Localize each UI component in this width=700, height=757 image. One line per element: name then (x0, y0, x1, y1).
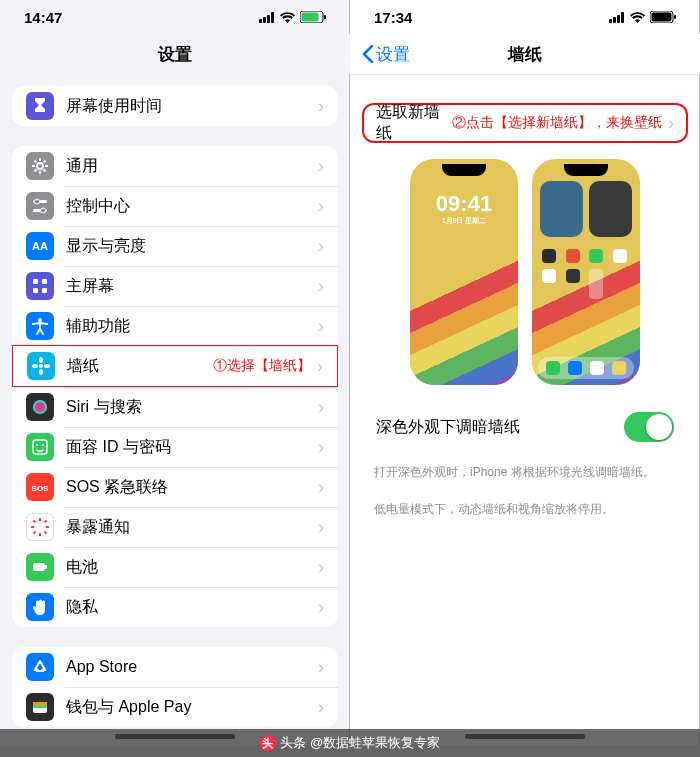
wallet-icon (26, 693, 54, 721)
svg-point-22 (44, 364, 50, 368)
row-face[interactable]: 面容 ID 与密码› (12, 427, 338, 467)
group-screentime: 屏幕使用时间› (12, 86, 338, 126)
svg-rect-30 (45, 565, 47, 569)
SOS-icon: SOS (26, 473, 54, 501)
AA-icon: AA (26, 232, 54, 260)
svg-rect-14 (42, 279, 47, 284)
svg-rect-2 (267, 15, 270, 23)
row-label: 钱包与 Apple Pay (66, 697, 318, 718)
svg-point-10 (35, 199, 40, 204)
row-hourglass[interactable]: 屏幕使用时间› (12, 86, 338, 126)
group-dim: 深色外观下调暗墙纸 (362, 403, 688, 451)
row-exposure[interactable]: 暴露通知› (12, 507, 338, 547)
svg-point-21 (32, 364, 38, 368)
battery-icon (300, 11, 326, 23)
row-label: 隐私 (66, 597, 318, 618)
row-label: 控制中心 (66, 196, 318, 217)
chevron-right-icon: › (318, 276, 324, 297)
chevron-right-icon: › (318, 517, 324, 538)
row-label: 辅助功能 (66, 316, 318, 337)
nav-bar: 设置 墙纸 (350, 34, 700, 75)
row-siri[interactable]: Siri 与搜索› (12, 387, 338, 427)
flower-icon (27, 352, 55, 380)
row-AA[interactable]: AA显示与亮度› (12, 226, 338, 266)
status-bar: 14:47 (0, 0, 350, 34)
wallpaper-previews: 09:41 1月9日 星期二 (350, 143, 700, 403)
exposure-icon (26, 513, 54, 541)
svg-rect-0 (259, 19, 262, 23)
svg-rect-13 (33, 279, 38, 284)
page-title: 墙纸 (508, 43, 542, 66)
hourglass-icon (26, 92, 54, 120)
back-button[interactable]: 设置 (362, 43, 410, 66)
group-general: 通用›控制中心›AA显示与亮度›主屏幕›辅助功能›墙纸①选择【墙纸】›Siri … (12, 146, 338, 627)
status-icons (609, 11, 676, 23)
home-screen-preview[interactable] (532, 159, 640, 385)
svg-point-17 (38, 318, 42, 322)
svg-point-19 (39, 357, 43, 363)
pick-new-label: 选取新墙纸 (376, 103, 452, 143)
row-SOS[interactable]: SOSSOS 紧急联络› (12, 467, 338, 507)
status-time: 17:34 (374, 9, 412, 26)
group-store: App Store›钱包与 Apple Pay› (12, 647, 338, 727)
svg-rect-37 (621, 12, 624, 23)
row-pick-new-wallpaper[interactable]: 选取新墙纸 ②点击【选择新墙纸】，来换壁纸 › (362, 103, 688, 143)
phone-wallpaper: 17:34 设置 墙纸 选取新墙纸 ②点击【选择新墙纸】，来换壁纸 › (350, 0, 700, 745)
chevron-right-icon: › (318, 96, 324, 117)
signal-icon (609, 12, 625, 23)
hand-icon (26, 593, 54, 621)
chevron-right-icon: › (317, 356, 323, 377)
row-label: 墙纸 (67, 356, 213, 377)
svg-point-28 (35, 522, 45, 532)
chevron-right-icon: › (318, 437, 324, 458)
battery-icon (650, 11, 676, 23)
row-sliders[interactable]: 控制中心› (12, 186, 338, 226)
phone-settings: 14:47 设置 屏幕使用时间› 通用›控制中心›AA显示与亮度›主屏幕›辅助功… (0, 0, 350, 745)
row-wallet[interactable]: 钱包与 Apple Pay› (12, 687, 338, 727)
row-accessibility[interactable]: 辅助功能› (12, 306, 338, 346)
row-dim-in-dark: 深色外观下调暗墙纸 (362, 403, 688, 451)
svg-rect-33 (33, 705, 47, 708)
lock-screen-preview[interactable]: 09:41 1月9日 星期二 (410, 159, 518, 385)
row-flower[interactable]: 墙纸①选择【墙纸】› (12, 345, 338, 387)
svg-rect-16 (42, 288, 47, 293)
row-label: 通用 (66, 156, 318, 177)
row-label: 显示与亮度 (66, 236, 318, 257)
svg-point-23 (33, 400, 47, 414)
row-label: 主屏幕 (66, 276, 318, 297)
battery-icon (26, 553, 54, 581)
chevron-right-icon: › (318, 156, 324, 177)
dim-toggle[interactable] (624, 412, 674, 442)
row-label: App Store (66, 658, 318, 676)
svg-text:SOS: SOS (32, 484, 50, 493)
svg-point-7 (37, 163, 43, 169)
svg-point-20 (39, 369, 43, 375)
nav-bar: 设置 (0, 34, 350, 74)
sliders-icon (26, 192, 54, 220)
back-label: 设置 (376, 43, 410, 66)
svg-rect-36 (617, 15, 620, 23)
svg-rect-34 (609, 19, 612, 23)
svg-rect-15 (33, 288, 38, 293)
row-gear[interactable]: 通用› (12, 146, 338, 186)
row-hand[interactable]: 隐私› (12, 587, 338, 627)
accessibility-icon (26, 312, 54, 340)
svg-rect-3 (271, 12, 274, 23)
chevron-right-icon: › (318, 316, 324, 337)
row-label: Siri 与搜索 (66, 397, 318, 418)
gear-icon (26, 152, 54, 180)
wifi-icon (630, 12, 645, 23)
chevron-right-icon: › (318, 697, 324, 718)
svg-rect-39 (652, 13, 672, 22)
status-bar: 17:34 (350, 0, 700, 34)
row-grid[interactable]: 主屏幕› (12, 266, 338, 306)
dim-label: 深色外观下调暗墙纸 (376, 417, 624, 438)
svg-point-26 (42, 444, 44, 446)
chevron-right-icon: › (318, 557, 324, 578)
page-title: 设置 (158, 43, 192, 66)
svg-rect-1 (263, 17, 266, 23)
row-appstore[interactable]: App Store› (12, 647, 338, 687)
svg-point-18 (39, 364, 43, 368)
row-battery[interactable]: 电池› (12, 547, 338, 587)
chevron-right-icon: › (318, 657, 324, 678)
